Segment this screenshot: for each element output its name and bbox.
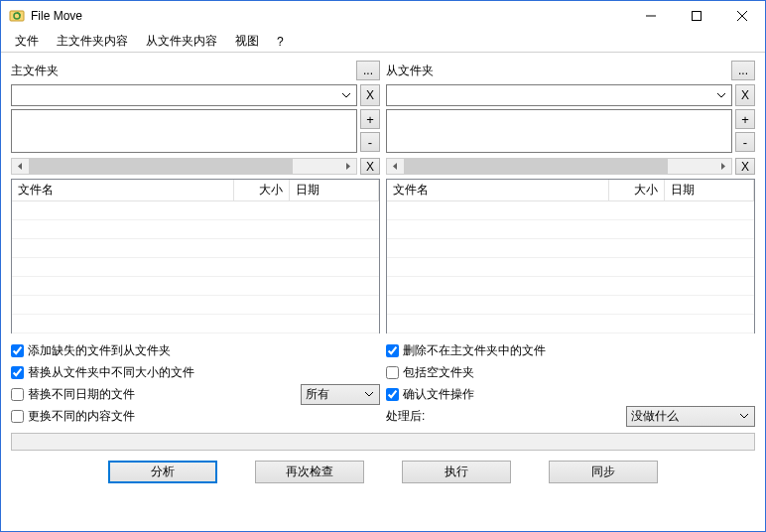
scroll-right-icon[interactable] xyxy=(714,159,731,174)
chevron-down-icon xyxy=(738,412,750,420)
table-row xyxy=(12,220,379,239)
replace-date-label: 替换不同日期的文件 xyxy=(28,386,135,403)
analyze-button[interactable]: 分析 xyxy=(108,461,217,483)
replace-date-checkbox[interactable] xyxy=(11,388,24,401)
left-options: 添加缺失的文件到从文件夹 替换从文件夹中不同大小的文件 替换不同日期的文件 所有… xyxy=(11,339,380,427)
scroll-left-icon[interactable] xyxy=(12,159,29,174)
main-remove-button[interactable]: X xyxy=(360,84,380,106)
table-row xyxy=(12,277,379,296)
menu-file[interactable]: 文件 xyxy=(7,31,47,52)
table-row xyxy=(12,201,379,220)
menu-sub-content[interactable]: 从文件夹内容 xyxy=(138,31,225,52)
delete-not-main-label: 删除不在主文件夹中的文件 xyxy=(403,342,546,359)
main-minus-button[interactable]: - xyxy=(360,132,380,152)
confirm-ops-label: 确认文件操作 xyxy=(403,386,474,403)
sub-folder-label: 从文件夹 xyxy=(386,63,729,79)
scroll-right-icon[interactable] xyxy=(339,159,356,174)
col-filename[interactable]: 文件名 xyxy=(12,180,234,200)
table-row xyxy=(387,239,754,258)
sync-button[interactable]: 同步 xyxy=(549,461,658,483)
table-row xyxy=(12,296,379,315)
table-row xyxy=(387,258,754,277)
col-size[interactable]: 大小 xyxy=(609,180,665,200)
replace-content-label: 更换不同的内容文件 xyxy=(28,408,135,425)
after-process-dropdown[interactable]: 没做什么 xyxy=(626,406,755,427)
close-button[interactable] xyxy=(719,1,765,31)
recheck-button[interactable]: 再次检查 xyxy=(255,461,364,483)
main-add-button[interactable]: + xyxy=(360,109,380,129)
minimize-button[interactable] xyxy=(628,1,674,31)
after-process-label: 处理后: xyxy=(386,408,425,425)
include-empty-checkbox[interactable] xyxy=(386,366,399,379)
scroll-thumb[interactable] xyxy=(29,159,293,174)
replace-size-checkbox[interactable] xyxy=(11,366,24,379)
sub-folder-combo[interactable] xyxy=(386,84,732,106)
confirm-ops-checkbox[interactable] xyxy=(386,388,399,401)
app-icon xyxy=(9,8,25,24)
scroll-thumb[interactable] xyxy=(404,159,668,174)
include-empty-label: 包括空文件夹 xyxy=(403,364,474,381)
add-missing-label: 添加缺失的文件到从文件夹 xyxy=(28,342,171,359)
chevron-down-icon xyxy=(338,87,354,103)
replace-content-checkbox[interactable] xyxy=(11,410,24,423)
window-controls xyxy=(628,1,765,31)
col-filename[interactable]: 文件名 xyxy=(387,180,609,200)
sub-remove-button[interactable]: X xyxy=(735,84,755,106)
sub-minus-button[interactable]: - xyxy=(735,132,755,152)
table-row xyxy=(12,315,379,333)
table-row xyxy=(387,315,754,333)
col-date[interactable]: 日期 xyxy=(665,180,754,200)
right-options: 删除不在主文件夹中的文件 包括空文件夹 确认文件操作 处理后: 没做什么 xyxy=(386,339,755,427)
after-process-value: 没做什么 xyxy=(631,408,738,425)
table-row xyxy=(387,220,754,239)
table-row xyxy=(12,239,379,258)
main-file-grid[interactable]: 文件名 大小 日期 xyxy=(11,179,380,333)
chevron-down-icon xyxy=(363,390,375,398)
main-clear-button[interactable]: X xyxy=(360,158,380,175)
sub-file-grid[interactable]: 文件名 大小 日期 xyxy=(386,179,755,333)
col-date[interactable]: 日期 xyxy=(290,180,379,200)
sub-folder-panel: 从文件夹 ... X + - X xyxy=(386,61,755,333)
main-browse-button[interactable]: ... xyxy=(356,61,380,80)
scroll-left-icon[interactable] xyxy=(387,159,404,174)
date-filter-dropdown[interactable]: 所有 xyxy=(301,384,380,405)
sub-browse-button[interactable]: ... xyxy=(731,61,755,80)
status-bar xyxy=(11,433,755,451)
main-list-scrollbar[interactable] xyxy=(11,158,357,175)
title-bar: File Move xyxy=(1,1,765,31)
sub-list-scrollbar[interactable] xyxy=(386,158,732,175)
delete-not-main-checkbox[interactable] xyxy=(386,344,399,357)
sub-clear-button[interactable]: X xyxy=(735,158,755,175)
footer-buttons: 分析 再次检查 执行 同步 xyxy=(1,451,765,495)
date-filter-value: 所有 xyxy=(306,386,363,403)
execute-button[interactable]: 执行 xyxy=(402,461,511,483)
menu-main-content[interactable]: 主文件夹内容 xyxy=(49,31,136,52)
col-size[interactable]: 大小 xyxy=(234,180,290,200)
replace-size-label: 替换从文件夹中不同大小的文件 xyxy=(28,364,194,381)
table-row xyxy=(387,201,754,220)
svg-rect-2 xyxy=(693,12,702,21)
main-folder-panel: 主文件夹 ... X + - X xyxy=(11,61,380,333)
maximize-button[interactable] xyxy=(674,1,719,31)
menu-help[interactable]: ? xyxy=(269,33,292,51)
add-missing-checkbox[interactable] xyxy=(11,344,24,357)
menu-bar: 文件 主文件夹内容 从文件夹内容 视图 ? xyxy=(1,31,765,53)
chevron-down-icon xyxy=(713,87,729,103)
menu-view[interactable]: 视图 xyxy=(227,31,267,52)
table-row xyxy=(12,258,379,277)
sub-add-button[interactable]: + xyxy=(735,109,755,129)
table-row xyxy=(387,277,754,296)
sub-folder-list[interactable] xyxy=(386,109,732,153)
window-title: File Move xyxy=(31,9,628,23)
table-row xyxy=(387,296,754,315)
main-folder-label: 主文件夹 xyxy=(11,63,354,79)
main-folder-combo[interactable] xyxy=(11,84,357,106)
main-folder-list[interactable] xyxy=(11,109,357,153)
